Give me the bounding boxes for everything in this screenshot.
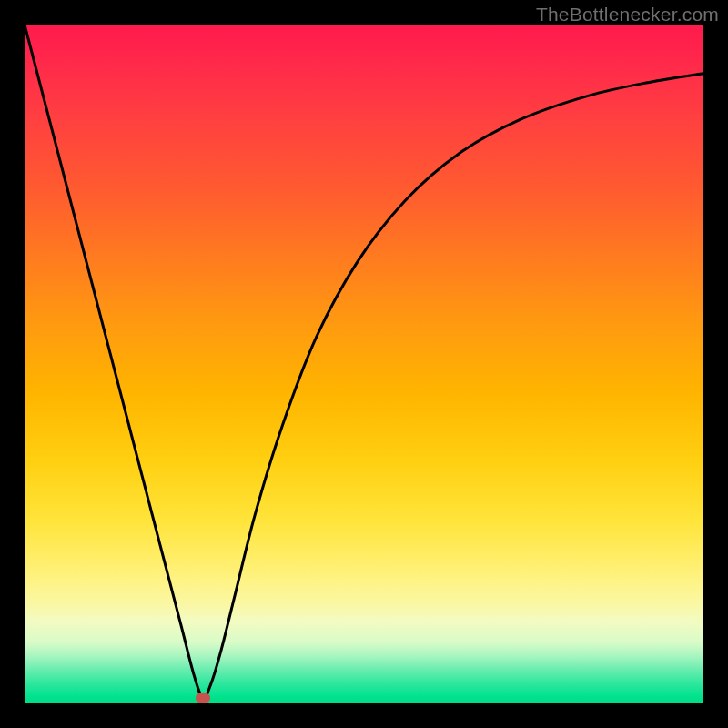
chart-frame: TheBottlenecker.com <box>0 0 728 728</box>
watermark-text: TheBottlenecker.com <box>536 4 719 25</box>
plot-area <box>25 25 703 703</box>
optimal-marker <box>196 693 210 703</box>
bottleneck-curve <box>25 25 703 698</box>
curve-svg <box>25 25 703 703</box>
